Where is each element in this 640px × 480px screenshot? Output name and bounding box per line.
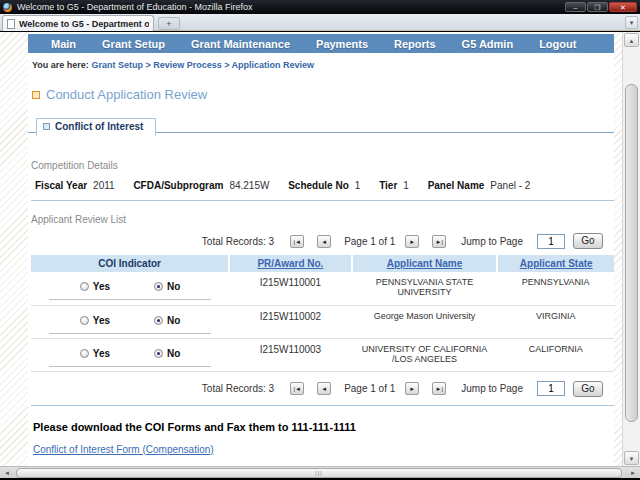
prev-page-button[interactable]: ◄ <box>317 382 331 395</box>
horizontal-scrollbar[interactable]: ◄ ||| ► <box>0 466 640 478</box>
total-records-value: 3 <box>269 236 275 247</box>
scroll-up-icon[interactable]: ▲ <box>624 33 639 47</box>
table-row: Yes No I215W110001 PENNSYLVANIA STATE UN… <box>31 272 614 305</box>
scroll-left-icon[interactable]: ◄ <box>1 468 13 478</box>
scroll-down-icon[interactable]: ▼ <box>624 451 639 465</box>
vertical-scrollbar-thumb[interactable] <box>625 84 638 422</box>
col-applicant-name[interactable]: Applicant Name <box>352 255 498 272</box>
maximize-button[interactable]: ❐ <box>587 2 608 12</box>
coi-yes-option[interactable]: Yes <box>80 348 110 359</box>
table-row: Yes No I215W110002 George Mason Universi… <box>31 305 614 338</box>
applicant-state: CALIFORNIA <box>497 338 614 371</box>
vertical-scrollbar[interactable]: ▲ ▼ <box>622 32 640 466</box>
pr-award-no: I215W110001 <box>229 272 351 305</box>
total-records-label: Total Records: <box>202 383 266 394</box>
radio-yes-icon[interactable] <box>80 316 89 325</box>
breadcrumb: You are here: Grant Setup > Review Proce… <box>32 60 614 70</box>
tier-label: Tier <box>379 180 397 191</box>
last-page-button[interactable]: ►| <box>432 235 446 248</box>
breadcrumb-path[interactable]: Grant Setup > Review Process > Applicati… <box>91 60 314 70</box>
nav-item-main[interactable]: Main <box>38 38 89 50</box>
tab-conflict-of-interest[interactable]: Conflict of Interest <box>36 118 156 136</box>
applicant-review-table: COI Indicator PR/Award No. Applicant Nam… <box>31 255 614 372</box>
schedule-value: 1 <box>355 180 361 191</box>
applicant-name: PENNSYLVANIA STATE UNIVERSITY <box>352 272 498 305</box>
competition-details: Fiscal Year2011 CFDA/Subprogram84.215W S… <box>31 180 614 201</box>
new-tab-button[interactable]: + <box>158 17 180 30</box>
scrollbar-grip: ||| <box>315 469 323 477</box>
left-margin-stripes <box>0 32 28 466</box>
next-page-button[interactable]: ► <box>405 235 419 248</box>
jump-to-page-label: Jump to Page <box>461 236 523 247</box>
competition-details-label: Competition Details <box>31 160 614 171</box>
radio-no-icon[interactable] <box>154 349 163 358</box>
nav-item-logout[interactable]: Logout <box>526 38 589 50</box>
close-button[interactable]: ✕ <box>609 2 637 12</box>
coi-yes-option[interactable]: Yes <box>80 315 110 326</box>
nav-item-payments[interactable]: Payments <box>303 38 381 50</box>
tab-strip: Conflict of Interest <box>28 115 614 133</box>
minimize-button[interactable]: – <box>565 2 586 12</box>
window-title: Welcome to G5 - Department of Education … <box>17 0 252 14</box>
total-records-value: 3 <box>269 383 275 394</box>
page-icon <box>7 19 15 29</box>
coi-form-compensation-link[interactable]: Conflict of Interest Form (Compensation) <box>33 444 214 455</box>
applicant-review-list-label: Applicant Review List <box>31 214 614 225</box>
col-applicant-state[interactable]: Applicant State <box>497 255 614 272</box>
panel-label: Panel Name <box>428 180 485 191</box>
applicant-name: UNIVERSITY OF CALIFORNIA /LOS ANGELES <box>352 338 498 371</box>
coi-no-option[interactable]: No <box>154 348 180 359</box>
last-page-button[interactable]: ►| <box>432 382 446 395</box>
nav-item-reports[interactable]: Reports <box>381 38 449 50</box>
jump-to-page-label: Jump to Page <box>461 383 523 394</box>
page-title-icon <box>32 91 40 99</box>
nav-item-grant-maintenance[interactable]: Grant Maintenance <box>178 38 303 50</box>
window-titlebar: Welcome to G5 - Department of Education … <box>0 0 640 14</box>
pagination-bottom: Total Records: 3 |◄ ◄ Page 1 of 1 ► ►| J… <box>31 375 614 406</box>
browser-tabbar: Welcome to G5 - Department of Edu... + ▾ <box>0 14 640 31</box>
applicant-name: George Mason University <box>352 305 498 338</box>
col-pr-award-no[interactable]: PR/Award No. <box>229 255 351 272</box>
table-row: Yes No I215W110003 UNIVERSITY OF CALIFOR… <box>31 338 614 371</box>
applicant-state: VIRGINIA <box>497 305 614 338</box>
nav-item-g5-admin[interactable]: G5 Admin <box>449 38 527 50</box>
horizontal-scrollbar-thumb[interactable]: ||| <box>16 468 622 478</box>
go-button[interactable]: Go <box>573 381 603 397</box>
prev-page-button[interactable]: ◄ <box>317 235 331 248</box>
tier-value: 1 <box>403 180 409 191</box>
pr-award-no: I215W110003 <box>229 338 351 371</box>
tab-list-button[interactable]: ▾ <box>625 16 638 29</box>
coi-no-option[interactable]: No <box>154 281 180 292</box>
tab-title: Welcome to G5 - Department of Edu... <box>19 19 149 29</box>
coi-no-option[interactable]: No <box>154 315 180 326</box>
first-page-button[interactable]: |◄ <box>290 382 304 395</box>
breadcrumb-prefix: You are here: <box>32 60 89 70</box>
jump-to-page-input[interactable] <box>537 234 565 249</box>
col-coi-indicator: COI Indicator <box>31 255 229 272</box>
nav-item-grant-setup[interactable]: Grant Setup <box>89 38 178 50</box>
firefox-icon <box>3 3 12 12</box>
applicant-state: PENNSYLVANIA <box>497 272 614 305</box>
cfda-label: CFDA/Subprogram <box>133 180 223 191</box>
page-indicator: Page 1 of 1 <box>344 383 395 394</box>
jump-to-page-input[interactable] <box>537 381 565 396</box>
total-records-label: Total Records: <box>202 236 266 247</box>
radio-no-icon[interactable] <box>154 282 163 291</box>
radio-yes-icon[interactable] <box>80 282 89 291</box>
page-content: Main Grant Setup Grant Maintenance Payme… <box>28 32 614 466</box>
pr-award-no: I215W110002 <box>229 305 351 338</box>
scroll-right-icon[interactable]: ► <box>627 468 639 478</box>
go-button[interactable]: Go <box>573 233 603 249</box>
page-indicator: Page 1 of 1 <box>344 236 395 247</box>
pagination-top: Total Records: 3 |◄ ◄ Page 1 of 1 ► ►| J… <box>31 233 614 249</box>
coi-yes-option[interactable]: Yes <box>80 281 110 292</box>
first-page-button[interactable]: |◄ <box>290 235 304 248</box>
fiscal-year-label: Fiscal Year <box>35 180 87 191</box>
next-page-button[interactable]: ► <box>405 382 419 395</box>
tab-icon <box>43 123 50 130</box>
page-title: Conduct Application Review <box>46 87 207 102</box>
tab-label: Conflict of Interest <box>55 121 143 132</box>
radio-no-icon[interactable] <box>154 316 163 325</box>
radio-yes-icon[interactable] <box>80 349 89 358</box>
browser-tab[interactable]: Welcome to G5 - Department of Edu... <box>2 15 154 31</box>
